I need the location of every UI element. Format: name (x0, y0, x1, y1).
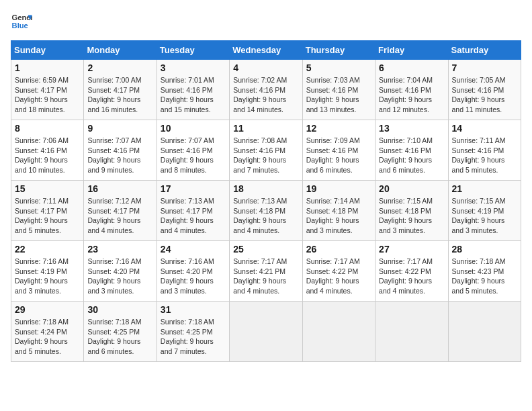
column-header-sunday: Sunday (11, 41, 84, 60)
calendar-cell (375, 302, 448, 362)
day-info: Sunrise: 7:16 AM Sunset: 4:20 PM Dayligh… (161, 257, 226, 296)
calendar-week-row: 15Sunrise: 7:11 AM Sunset: 4:17 PM Dayli… (11, 181, 521, 241)
day-number: 5 (306, 62, 371, 73)
calendar-cell: 10Sunrise: 7:07 AM Sunset: 4:16 PM Dayli… (157, 120, 229, 181)
calendar-cell: 16Sunrise: 7:12 AM Sunset: 4:17 PM Dayli… (84, 181, 157, 241)
calendar-cell: 15Sunrise: 7:11 AM Sunset: 4:17 PM Dayli… (11, 181, 84, 241)
day-number: 30 (87, 304, 152, 315)
day-number: 21 (452, 183, 517, 194)
column-header-tuesday: Tuesday (157, 41, 229, 60)
day-info: Sunrise: 7:18 AM Sunset: 4:25 PM Dayligh… (161, 317, 226, 357)
logo: General Blue (11, 11, 32, 32)
day-number: 23 (87, 244, 152, 255)
day-info: Sunrise: 7:11 AM Sunset: 4:17 PM Dayligh… (15, 196, 80, 236)
calendar-cell: 3Sunrise: 7:01 AM Sunset: 4:16 PM Daylig… (157, 60, 229, 120)
day-number: 20 (379, 183, 444, 194)
column-header-saturday: Saturday (448, 41, 521, 60)
calendar-header-row: SundayMondayTuesdayWednesdayThursdayFrid… (11, 41, 521, 60)
calendar-cell: 27Sunrise: 7:17 AM Sunset: 4:22 PM Dayli… (375, 241, 448, 302)
day-info: Sunrise: 7:10 AM Sunset: 4:16 PM Dayligh… (379, 136, 444, 175)
calendar-cell: 8Sunrise: 7:06 AM Sunset: 4:16 PM Daylig… (11, 120, 84, 181)
day-number: 24 (161, 244, 226, 255)
day-info: Sunrise: 7:04 AM Sunset: 4:16 PM Dayligh… (379, 75, 444, 115)
day-number: 29 (15, 304, 80, 315)
day-info: Sunrise: 7:18 AM Sunset: 4:24 PM Dayligh… (15, 317, 80, 357)
day-info: Sunrise: 7:13 AM Sunset: 4:17 PM Dayligh… (161, 196, 226, 236)
day-number: 26 (306, 244, 371, 255)
day-info: Sunrise: 7:15 AM Sunset: 4:19 PM Dayligh… (452, 196, 517, 236)
day-number: 25 (233, 244, 298, 255)
day-info: Sunrise: 7:17 AM Sunset: 4:22 PM Dayligh… (306, 257, 371, 296)
day-number: 11 (233, 123, 298, 134)
calendar-week-row: 8Sunrise: 7:06 AM Sunset: 4:16 PM Daylig… (11, 120, 521, 181)
calendar-cell: 24Sunrise: 7:16 AM Sunset: 4:20 PM Dayli… (157, 241, 229, 302)
calendar-cell: 7Sunrise: 7:05 AM Sunset: 4:16 PM Daylig… (448, 60, 521, 120)
day-info: Sunrise: 7:14 AM Sunset: 4:18 PM Dayligh… (306, 196, 371, 236)
calendar-cell: 25Sunrise: 7:17 AM Sunset: 4:21 PM Dayli… (230, 241, 302, 302)
day-number: 8 (15, 123, 80, 134)
calendar-cell: 4Sunrise: 7:02 AM Sunset: 4:16 PM Daylig… (230, 60, 302, 120)
day-info: Sunrise: 7:05 AM Sunset: 4:16 PM Dayligh… (452, 75, 517, 115)
calendar-cell: 29Sunrise: 7:18 AM Sunset: 4:24 PM Dayli… (11, 302, 84, 362)
calendar-cell: 20Sunrise: 7:15 AM Sunset: 4:18 PM Dayli… (375, 181, 448, 241)
day-number: 18 (233, 183, 298, 194)
page-header: General Blue (11, 11, 521, 32)
day-number: 27 (379, 244, 444, 255)
day-info: Sunrise: 7:17 AM Sunset: 4:21 PM Dayligh… (233, 257, 298, 296)
day-info: Sunrise: 7:00 AM Sunset: 4:17 PM Dayligh… (87, 75, 152, 115)
calendar-cell: 22Sunrise: 7:16 AM Sunset: 4:19 PM Dayli… (11, 241, 84, 302)
calendar-cell (230, 302, 302, 362)
calendar-cell: 30Sunrise: 7:18 AM Sunset: 4:25 PM Dayli… (84, 302, 157, 362)
calendar-body: 1Sunrise: 6:59 AM Sunset: 4:17 PM Daylig… (11, 60, 521, 362)
calendar-cell (448, 302, 521, 362)
day-info: Sunrise: 7:11 AM Sunset: 4:16 PM Dayligh… (452, 136, 517, 175)
calendar-cell: 9Sunrise: 7:07 AM Sunset: 4:16 PM Daylig… (84, 120, 157, 181)
day-number: 6 (379, 62, 444, 73)
day-info: Sunrise: 7:18 AM Sunset: 4:25 PM Dayligh… (87, 317, 152, 357)
day-number: 10 (161, 123, 226, 134)
day-number: 9 (87, 123, 152, 134)
day-info: Sunrise: 7:09 AM Sunset: 4:16 PM Dayligh… (306, 136, 371, 175)
day-number: 14 (452, 123, 517, 134)
calendar-cell: 26Sunrise: 7:17 AM Sunset: 4:22 PM Dayli… (302, 241, 375, 302)
day-number: 7 (452, 62, 517, 73)
day-number: 12 (306, 123, 371, 134)
calendar-cell: 11Sunrise: 7:08 AM Sunset: 4:16 PM Dayli… (230, 120, 302, 181)
svg-text:Blue: Blue (12, 21, 28, 30)
calendar-cell (302, 302, 375, 362)
day-info: Sunrise: 7:15 AM Sunset: 4:18 PM Dayligh… (379, 196, 444, 236)
column-header-monday: Monday (84, 41, 157, 60)
day-info: Sunrise: 7:18 AM Sunset: 4:23 PM Dayligh… (452, 257, 517, 296)
calendar-cell: 21Sunrise: 7:15 AM Sunset: 4:19 PM Dayli… (448, 181, 521, 241)
calendar-cell: 18Sunrise: 7:13 AM Sunset: 4:18 PM Dayli… (230, 181, 302, 241)
day-number: 31 (161, 304, 226, 315)
column-header-thursday: Thursday (302, 41, 375, 60)
day-info: Sunrise: 7:07 AM Sunset: 4:16 PM Dayligh… (161, 136, 226, 175)
calendar-cell: 23Sunrise: 7:16 AM Sunset: 4:20 PM Dayli… (84, 241, 157, 302)
calendar-cell: 19Sunrise: 7:14 AM Sunset: 4:18 PM Dayli… (302, 181, 375, 241)
column-header-wednesday: Wednesday (230, 41, 302, 60)
calendar-cell: 31Sunrise: 7:18 AM Sunset: 4:25 PM Dayli… (157, 302, 229, 362)
calendar-week-row: 22Sunrise: 7:16 AM Sunset: 4:19 PM Dayli… (11, 241, 521, 302)
day-number: 28 (452, 244, 517, 255)
day-info: Sunrise: 7:16 AM Sunset: 4:19 PM Dayligh… (15, 257, 80, 296)
calendar-cell: 6Sunrise: 7:04 AM Sunset: 4:16 PM Daylig… (375, 60, 448, 120)
day-info: Sunrise: 7:16 AM Sunset: 4:20 PM Dayligh… (87, 257, 152, 296)
day-info: Sunrise: 7:08 AM Sunset: 4:16 PM Dayligh… (233, 136, 298, 175)
day-number: 2 (87, 62, 152, 73)
day-number: 4 (233, 62, 298, 73)
day-info: Sunrise: 7:02 AM Sunset: 4:16 PM Dayligh… (233, 75, 298, 115)
calendar-cell: 1Sunrise: 6:59 AM Sunset: 4:17 PM Daylig… (11, 60, 84, 120)
calendar-cell: 2Sunrise: 7:00 AM Sunset: 4:17 PM Daylig… (84, 60, 157, 120)
calendar-cell: 5Sunrise: 7:03 AM Sunset: 4:16 PM Daylig… (302, 60, 375, 120)
day-number: 15 (15, 183, 80, 194)
day-info: Sunrise: 7:03 AM Sunset: 4:16 PM Dayligh… (306, 75, 371, 115)
day-number: 16 (87, 183, 152, 194)
calendar-cell: 13Sunrise: 7:10 AM Sunset: 4:16 PM Dayli… (375, 120, 448, 181)
day-info: Sunrise: 7:01 AM Sunset: 4:16 PM Dayligh… (161, 75, 226, 115)
calendar-cell: 14Sunrise: 7:11 AM Sunset: 4:16 PM Dayli… (448, 120, 521, 181)
day-number: 3 (161, 62, 226, 73)
calendar-week-row: 29Sunrise: 7:18 AM Sunset: 4:24 PM Dayli… (11, 302, 521, 362)
day-number: 13 (379, 123, 444, 134)
day-number: 1 (15, 62, 80, 73)
